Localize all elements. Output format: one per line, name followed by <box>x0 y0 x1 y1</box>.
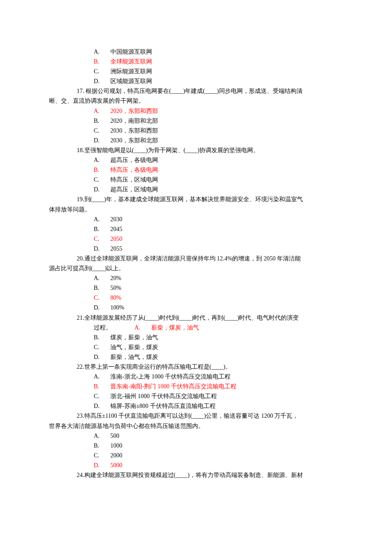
option-text: 洲际能源互联网 <box>110 68 152 75</box>
option-letter: C. <box>94 234 102 244</box>
q23-option-a: A. 500 <box>94 431 343 441</box>
q20-stem-line1: 20.通过全球能源互联网，全球清洁能源只需保持年均 12.4%的增速，到 205… <box>77 254 343 263</box>
option-letter: B. <box>94 165 102 175</box>
option-text: 煤炭，薪柴，油气 <box>110 334 158 341</box>
option-text: 浙北-福州 1000 千伏特高压交流输电工程 <box>110 393 217 399</box>
q22-option-a: A. 淮南-浙北-上海 1000 千伏特高压交流输电工程 <box>94 372 343 382</box>
q17-option-c: C. 2030，东部和西部 <box>94 126 343 136</box>
option-text: 2020，东部和西部 <box>110 108 158 114</box>
option-text: 80% <box>110 295 121 301</box>
option-text: 2020，南部和北部 <box>110 118 158 124</box>
option-letter: C. <box>94 391 102 401</box>
q23-option-d: D. 5000 <box>94 460 343 470</box>
q16-option-c: C. 洲际能源互联网 <box>94 66 343 76</box>
q23-stem-line2: 世界各大清洁能源基地与负荷中心都在特高压输送范围内。 <box>49 421 343 431</box>
option-letter: A. <box>94 372 102 382</box>
option-text: 特高压，区域电网 <box>110 176 158 183</box>
option-letter: C. <box>94 451 102 460</box>
q16-option-d: D. 区域能源互联网 <box>94 76 343 86</box>
option-letter: A. <box>135 323 143 332</box>
q19-option-c: C. 2050 <box>94 234 343 244</box>
option-letter: B. <box>94 441 102 451</box>
q17-option-a: A. 2020，东部和西部 <box>94 106 343 116</box>
document-page: A. 中国能源互联网 B. 全球能源互联网 C. 洲际能源互联网 D. 区域能源… <box>0 0 392 555</box>
q21-option-a: A. 薪柴，煤炭，油气 <box>135 324 199 331</box>
option-text: 薪柴，煤炭，油气 <box>151 324 199 331</box>
q22-stem: 22.世界上第一条实现商业运行的特高压输电工程是(____)。 <box>77 362 343 372</box>
option-letter: A. <box>94 273 102 283</box>
q18-option-c: C. 特高压，区域电网 <box>94 175 343 185</box>
option-text: 2030，东部和西部 <box>110 127 158 134</box>
q21-stem-end: 过程。 <box>94 324 112 331</box>
option-text: 超高压，区域电网 <box>110 186 158 193</box>
q22-option-b: B. 晋东南-南阳-荆门 1000 千伏特高压交流输电工程 <box>94 382 343 391</box>
option-letter: B. <box>94 224 102 234</box>
option-letter: D. <box>94 185 102 194</box>
q19-option-d: D. 2055 <box>94 244 343 254</box>
option-letter: A. <box>94 47 102 57</box>
q20-option-d: D. 100% <box>94 303 343 312</box>
option-letter: B. <box>94 382 102 391</box>
q18-stem: 18.坚强智能电网是以(____)为骨干网架、(____)协调发展的坚强电网。 <box>77 145 343 155</box>
q17-option-d: D. 2030，东部和北部 <box>94 136 343 145</box>
q17-stem-line1: 17. 根据公司规划，特高压电网要在(____)年建成(____)同步电网，形成… <box>77 86 343 96</box>
q20-option-a: A. 20% <box>94 273 343 283</box>
option-letter: A. <box>94 155 102 165</box>
option-letter: B. <box>94 57 102 66</box>
q21-stem-line1: 21.全球能源发展经历了从(____)时代到(____)时代，再到(____)时… <box>77 313 343 323</box>
q18-option-b: B. 特高压，各级电网 <box>94 165 343 175</box>
q18-option-d: D. 超高压，区域电网 <box>94 185 343 194</box>
option-letter: A. <box>94 214 102 224</box>
q19-stem-line1: 19.到(____)年，基本建成全球能源互联网，基本解决世界能源安全、环境污染和… <box>77 194 343 204</box>
q23-option-c: C. 2000 <box>94 451 343 460</box>
option-letter: B. <box>94 283 102 293</box>
option-text: 2055 <box>110 246 122 252</box>
q22-option-c: C. 浙北-福州 1000 千伏特高压交流输电工程 <box>94 391 343 401</box>
q19-option-a: A. 2030 <box>94 214 343 224</box>
option-letter: C. <box>94 293 102 303</box>
q21-line2-with-option-a: 过程。 A. 薪柴，煤炭，油气 <box>94 323 343 332</box>
option-text: 薪柴，油气，煤炭 <box>110 354 158 360</box>
option-text: 锦屏-苏南±800 千伏特高压直流输电工程 <box>110 403 216 409</box>
q16-option-a: A. 中国能源互联网 <box>94 47 343 57</box>
q21-option-c: C. 油气，薪柴，煤炭 <box>94 342 343 352</box>
option-text: 超高压，各级电网 <box>110 157 158 163</box>
option-letter: C. <box>94 175 102 185</box>
option-text: 2000 <box>110 452 122 459</box>
q19-option-b: B. 2045 <box>94 224 343 234</box>
option-text: 晋东南-南阳-荆门 1000 千伏特高压交流输电工程 <box>110 383 236 390</box>
option-letter: A. <box>94 431 102 441</box>
option-text: 中国能源互联网 <box>110 49 152 55</box>
q20-option-c: C. 80% <box>94 293 343 303</box>
q16-option-b: B. 全球能源互联网 <box>94 57 343 66</box>
option-letter: D. <box>94 352 102 362</box>
option-letter: D. <box>94 460 102 470</box>
option-text: 2050 <box>110 236 122 242</box>
q17-option-b: B. 2020，南部和北部 <box>94 116 343 126</box>
option-text: 油气，薪柴，煤炭 <box>110 344 158 350</box>
option-letter: D. <box>94 244 102 254</box>
q21-option-b: B. 煤炭，薪柴，油气 <box>94 332 343 342</box>
option-text: 2045 <box>110 226 122 232</box>
q20-stem-line2: 源占比可提高到(____)以上。 <box>49 263 343 273</box>
option-text: 50% <box>110 285 121 291</box>
option-text: 2030 <box>110 216 122 223</box>
option-text: 特高压，各级电网 <box>110 167 158 173</box>
q18-option-a: A. 超高压，各级电网 <box>94 155 343 165</box>
q19-stem-line2: 体排放等问题。 <box>49 205 343 214</box>
option-letter: C. <box>94 126 102 136</box>
q17-stem-line2: 晰、交、直流协调发展的骨干网架。 <box>49 96 343 106</box>
option-text: 20% <box>110 275 121 281</box>
q20-option-b: B. 50% <box>94 283 343 293</box>
option-text: 100% <box>110 304 124 311</box>
option-letter: D. <box>94 76 102 86</box>
option-text: 5000 <box>110 462 122 468</box>
option-letter: D. <box>94 401 102 411</box>
option-text: 淮南-浙北-上海 1000 千伏特高压交流输电工程 <box>110 373 231 380</box>
option-letter: D. <box>94 303 102 312</box>
option-letter: A. <box>94 106 102 116</box>
option-letter: C. <box>94 342 102 352</box>
q24-stem: 24.构建全球能源互联网投资规模超过(____)，将有力带动高端装备制造、新能源… <box>77 470 343 480</box>
q23-option-b: B. 1000 <box>94 441 343 451</box>
option-text: 区域能源互联网 <box>110 78 152 84</box>
